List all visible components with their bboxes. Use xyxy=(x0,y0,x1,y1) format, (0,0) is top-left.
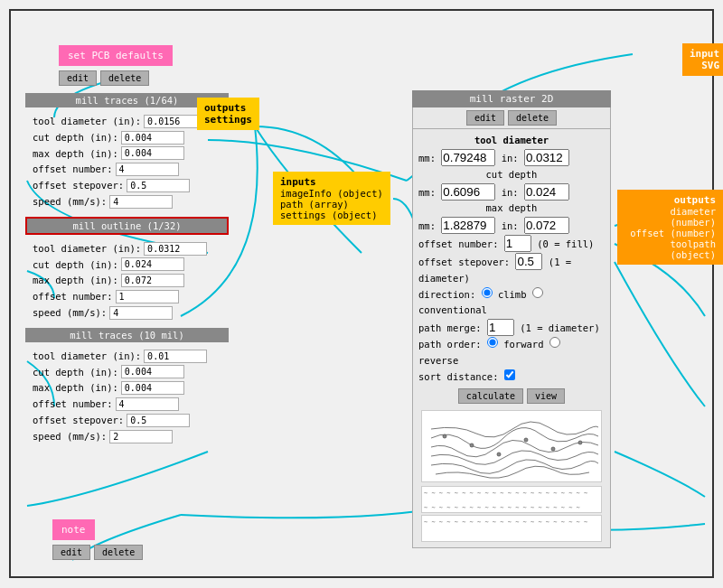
max-mm-label: mm: xyxy=(418,220,436,231)
outline-max-depth-row: max depth (in): xyxy=(33,273,221,288)
cut-depth-input[interactable] xyxy=(121,131,184,145)
outline-tool-diameter-row: tool diameter (in): xyxy=(33,241,221,257)
mill-outline-132-title[interactable]: mill outline (1/32) xyxy=(25,217,229,235)
outline-speed-input[interactable] xyxy=(109,306,173,320)
set-pcb-defaults-node[interactable]: set PCB defaults xyxy=(59,45,173,66)
path-reverse-label: reverse xyxy=(418,355,458,366)
edit-button-1[interactable]: edit xyxy=(59,70,97,86)
max-mm-input[interactable] xyxy=(441,217,495,234)
tool-in-label: in: xyxy=(502,153,519,163)
t10-speed-input[interactable] xyxy=(109,430,173,443)
max-depth-mm-row: mm: in: xyxy=(418,217,605,235)
calculate-button[interactable]: calculate xyxy=(458,388,523,404)
max-depth-input[interactable] xyxy=(121,146,184,160)
note-button[interactable]: note xyxy=(52,519,95,540)
max-in-label: in: xyxy=(502,220,519,231)
cut-in-input[interactable] xyxy=(524,183,569,201)
direction-climb-radio[interactable] xyxy=(482,287,493,298)
inputs-label: inputs xyxy=(280,176,383,188)
delete-button-1[interactable]: delete xyxy=(100,70,149,86)
note-delete-button[interactable]: delete xyxy=(94,545,143,560)
note-edit-button[interactable]: edit xyxy=(52,545,90,560)
path-order-row: path order: forward reverse xyxy=(418,337,605,369)
outputs-node: outputs diameter (number) offset (number… xyxy=(617,190,723,265)
direction-conventional-label: conventional xyxy=(418,304,487,315)
offset-stepover-input[interactable] xyxy=(127,179,190,192)
outline-cut-depth-input[interactable] xyxy=(121,257,184,271)
t10-max-depth-input[interactable] xyxy=(121,381,184,395)
mill-raster-edit-delete: edit delete xyxy=(412,107,611,129)
t10-offset-number-input[interactable] xyxy=(116,397,179,411)
input-svg-content: inputSVG xyxy=(682,43,723,76)
offset-number-raster-label: offset number: xyxy=(418,238,499,249)
direction-climb-label: climb xyxy=(498,289,527,300)
svg-point-3 xyxy=(524,438,528,442)
outline-max-depth-input[interactable] xyxy=(121,274,184,287)
max-in-input[interactable] xyxy=(524,217,569,234)
t10-cut-depth-input[interactable] xyxy=(121,365,184,378)
outline-max-depth-label: max depth (in): xyxy=(33,273,118,288)
path-merge-row: path merge: (1 = diameter) xyxy=(418,319,605,337)
t10-tool-diameter-input[interactable] xyxy=(144,350,207,363)
mill-traces-10mil-title[interactable]: mill traces (10 mil) xyxy=(25,328,229,342)
cut-mm-label: mm: xyxy=(418,187,436,198)
mill-raster-2d-title: mill raster 2D xyxy=(412,90,611,107)
mill-raster-edit-button[interactable]: edit xyxy=(466,110,504,126)
t10-cut-depth-label: cut depth (in): xyxy=(33,365,118,380)
inputs-node: inputs imageInfo (object) path (array) s… xyxy=(273,172,390,225)
mill-outline-132-content: tool diameter (in): cut depth (in): max … xyxy=(25,237,229,325)
input-svg-node: inputSVG xyxy=(682,43,723,76)
outputs-settings-node: outputssettings xyxy=(197,98,259,130)
path-forward-radio[interactable] xyxy=(487,337,498,348)
mill-raster-delete-button[interactable]: delete xyxy=(508,110,557,126)
outline-offset-number-input[interactable] xyxy=(116,290,179,303)
t10-offset-stepover-input[interactable] xyxy=(127,414,190,427)
path-merge-label: path merge: xyxy=(418,322,482,333)
speed-input[interactable] xyxy=(109,195,173,209)
path-reverse-radio[interactable] xyxy=(549,337,560,348)
set-pcb-defaults-button[interactable]: set PCB defaults xyxy=(59,45,173,66)
svg-point-1 xyxy=(470,443,474,447)
offset-number-input[interactable] xyxy=(116,163,179,176)
outputs-item-1: diameter (number) xyxy=(624,206,716,228)
outline-speed-label: speed (mm/s): xyxy=(33,305,107,321)
offset-stepover-label: offset stepover: xyxy=(33,178,124,193)
max-depth-label: max depth (in): xyxy=(33,146,118,162)
sort-distance-label: sort distance: xyxy=(418,371,499,382)
t10-tool-diameter-row: tool diameter (in): xyxy=(33,349,221,364)
cut-in-label: in: xyxy=(502,187,519,198)
cut-depth-header: cut depth xyxy=(418,167,605,183)
offset-stepover-raster-input[interactable] xyxy=(515,253,542,270)
edit-delete-row-1: edit delete xyxy=(59,70,149,86)
outline-speed-row: speed (mm/s): xyxy=(33,305,221,321)
t10-offset-stepover-row: offset stepover: xyxy=(33,413,221,428)
inputs-content: inputs imageInfo (object) path (array) s… xyxy=(273,172,390,225)
cut-mm-input[interactable] xyxy=(441,183,495,201)
outline-tool-diameter-input[interactable] xyxy=(144,242,207,256)
tool-diameter-header: tool diameter xyxy=(418,133,605,149)
t10-offset-number-row: offset number: xyxy=(33,397,221,412)
mill-raster-content: tool diameter mm: in: cut depth mm: in: … xyxy=(412,129,611,548)
t10-cut-depth-row: cut depth (in): xyxy=(33,365,221,380)
pcb-text-viz-2: ~ ~ ~ ~ ~ ~ ~ ~ ~ ~ ~ ~ ~ ~ ~ ~ ~ ~ ~ ~ … xyxy=(421,515,602,542)
tool-mm-input[interactable] xyxy=(441,149,495,166)
outputs-item-2: offset (number) xyxy=(624,228,716,238)
view-button[interactable]: view xyxy=(527,388,565,404)
t10-offset-number-label: offset number: xyxy=(33,397,113,412)
input-svg-label: inputSVG xyxy=(690,48,719,71)
cut-depth-label: cut depth (in): xyxy=(33,130,118,145)
svg-point-4 xyxy=(551,447,555,451)
offset-number-raster-input[interactable] xyxy=(504,235,531,252)
mill-traces-10mil-content: tool diameter (in): cut depth (in): max … xyxy=(25,344,229,449)
offset-stepover-raster-label: offset stepover: xyxy=(418,257,510,267)
tool-in-input[interactable] xyxy=(524,149,569,166)
note-node[interactable]: note xyxy=(52,519,95,540)
t10-speed-label: speed (mm/s): xyxy=(33,429,107,444)
path-merge-input[interactable] xyxy=(487,319,514,336)
offset-number-label: offset number: xyxy=(33,162,113,177)
tool-diameter-row: tool diameter (in): xyxy=(33,114,221,129)
sort-distance-checkbox[interactable] xyxy=(504,369,515,380)
outputs-settings-content: outputssettings xyxy=(197,98,259,130)
direction-conventional-radio[interactable] xyxy=(532,287,543,298)
mill-raster-2d-node: mill raster 2D edit delete tool diameter… xyxy=(412,90,611,548)
